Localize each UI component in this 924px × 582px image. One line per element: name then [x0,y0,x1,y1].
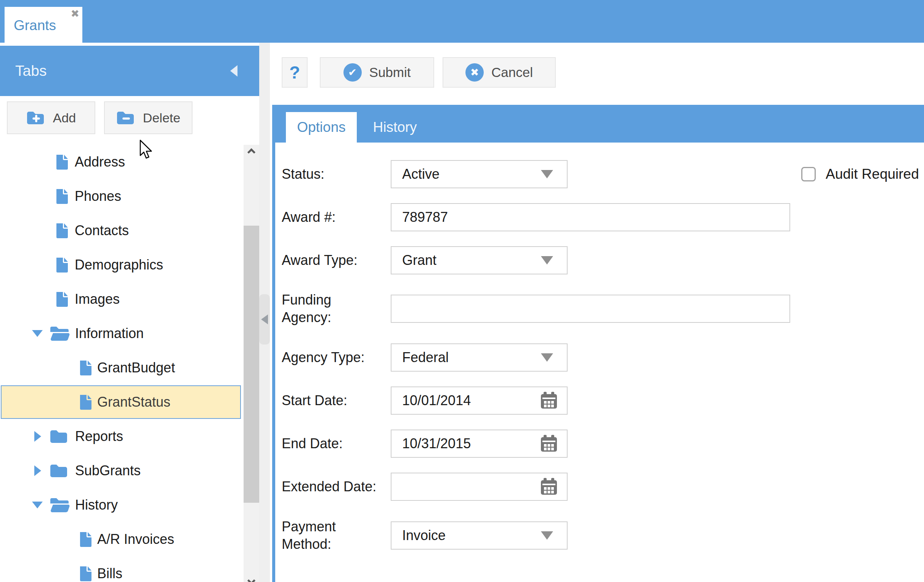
date-value: 10/01/2014 [402,392,471,409]
dropdown-value: Invoice [402,528,446,544]
sidebar-header: Tabs [0,46,259,96]
field-label: Funding Agency: [282,291,350,326]
tree-item-label: Bills [97,566,122,582]
cancel-button[interactable]: ✖ Cancel [442,57,556,87]
window-tab-grants[interactable]: Grants ✖ [5,7,82,43]
form-row-award: Award #:789787 [275,203,924,231]
tree-item-label: Images [75,291,120,307]
window-tab-title: Grants [14,18,56,33]
tree-item-address[interactable]: Address [0,145,244,179]
start-date-input[interactable]: 10/01/2014 [391,386,568,415]
field-label: Start Date: [282,392,347,409]
folder-icon [50,463,68,478]
tree-item-label: Address [75,154,125,170]
scroll-up-icon[interactable] [244,145,259,160]
document-icon [79,566,92,582]
main-tab-bar: Options History [275,105,924,143]
tree-item-history[interactable]: History [0,488,244,522]
collapse-arrow-icon[interactable] [32,330,43,337]
tree-item-label: History [75,497,118,513]
document-icon [79,531,92,547]
status-dropdown[interactable]: Active [391,160,568,188]
tree-item-label: GrantBudget [97,360,175,376]
field-label: Award Type: [282,252,358,269]
check-circle-icon: ✔ [343,63,362,82]
x-circle-icon: ✖ [465,63,484,82]
splitter-handle[interactable] [259,294,270,345]
document-icon [79,394,92,410]
tree-item-label: Phones [75,188,121,204]
folder-plus-icon [26,110,45,125]
agency-type-dropdown[interactable]: Federal [391,343,568,372]
tree-item-label: Reports [75,429,123,444]
field-label: End Date: [282,435,343,452]
delete-button[interactable]: Delete [104,101,193,134]
field-label: Payment Method: [282,518,350,553]
funding-agency-input[interactable] [391,295,790,323]
payment-method-dropdown[interactable]: Invoice [391,521,568,550]
chevron-down-icon [541,531,553,540]
close-icon[interactable]: ✖ [71,8,79,20]
panel-splitter [259,43,270,582]
tree-item-reports[interactable]: Reports [0,419,244,453]
document-icon [56,291,69,307]
dropdown-value: Active [402,166,439,182]
add-button[interactable]: Add [7,101,95,134]
collapse-arrow-icon[interactable] [32,501,43,508]
tree-item-information[interactable]: Information [0,317,244,351]
scroll-down-icon[interactable] [244,573,259,582]
extended-date-input[interactable] [391,473,568,501]
scrollbar-thumb[interactable] [244,226,259,503]
tree-item-images[interactable]: Images [0,282,244,317]
add-button-label: Add [53,110,76,125]
document-icon [56,223,69,239]
tree-item-bills[interactable]: Bills [0,556,244,582]
award-input[interactable]: 789787 [391,203,790,231]
expand-arrow-icon[interactable] [34,431,41,442]
tree-item-phones[interactable]: Phones [0,179,244,213]
form-row-end-date: End Date:10/31/2015 [275,430,924,458]
form-row-payment-method: Payment Method:Invoice [275,521,924,550]
tree-item-contacts[interactable]: Contacts [0,213,244,248]
cancel-button-label: Cancel [491,65,533,80]
form-row-extended-date: Extended Date: [275,473,924,501]
form-row-award-type: Award Type:Grant [275,246,924,274]
field-label: Extended Date: [282,478,376,495]
tree-item-label: SubGrants [75,463,141,479]
tree-item-demographics[interactable]: Demographics [0,248,244,282]
tree-item-grantbudget[interactable]: GrantBudget [0,351,244,385]
field-label: Status: [282,165,324,183]
calendar-icon [541,435,557,452]
tab-options[interactable]: Options [286,112,357,143]
main-panel: Options History Audit Required Status:Ac… [272,105,924,582]
end-date-input[interactable]: 10/31/2015 [391,430,568,458]
help-button[interactable]: ? [282,57,308,87]
field-label: Award #: [282,208,335,226]
tab-history-label: History [373,119,417,135]
sidebar-scrollbar[interactable] [244,145,259,582]
tree-item-grantstatus[interactable]: GrantStatus [0,385,244,419]
chevron-down-icon [541,170,553,178]
panel-collapse-icon[interactable] [230,65,238,77]
document-icon [79,360,92,376]
tab-history[interactable]: History [357,112,433,143]
tree-item-a-r-invoices[interactable]: A/R Invoices [0,522,244,556]
form-row-funding-agency: Funding Agency: [275,295,924,323]
folder-open-icon [50,497,70,513]
calendar-icon [541,392,557,409]
tree-item-label: GrantStatus [97,394,170,410]
field-label: Agency Type: [282,349,365,366]
folder-minus-icon [116,110,135,125]
help-icon: ? [289,62,300,83]
award-type-dropdown[interactable]: Grant [391,246,568,274]
chevron-down-icon [541,353,553,362]
tree-item-subgrants[interactable]: SubGrants [0,453,244,488]
form-row-status: Status:Active [275,160,924,188]
calendar-icon [541,478,557,495]
submit-button[interactable]: ✔ Submit [320,57,434,87]
expand-arrow-icon[interactable] [34,465,41,476]
form-row-start-date: Start Date:10/01/2014 [275,386,924,415]
tree: AddressPhonesContactsDemographicsImagesI… [0,145,244,582]
tab-options-label: Options [297,119,346,135]
delete-button-label: Delete [143,110,180,125]
